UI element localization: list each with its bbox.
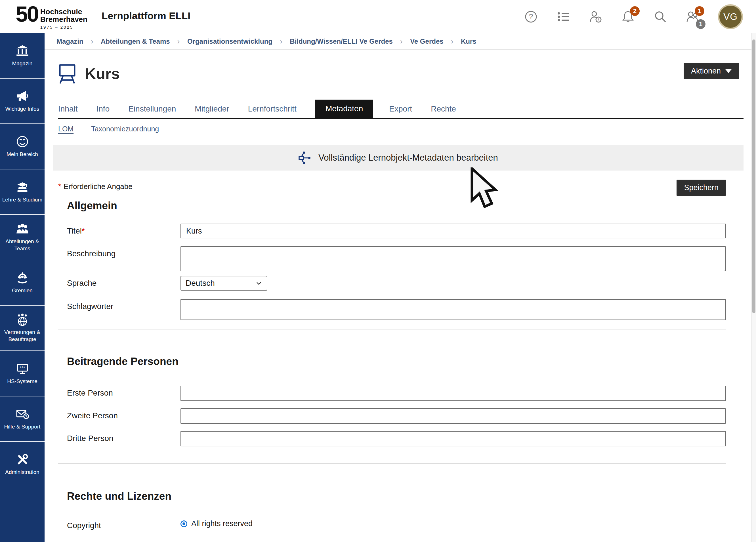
section-title-beitragende: Beitragende Personen <box>67 356 726 367</box>
user-avatar[interactable]: VG <box>718 4 743 29</box>
metadata-hub-icon <box>299 151 312 164</box>
rechte-fields: Copyright All rights reserved <box>58 518 726 530</box>
sidebar-item-vertretungen[interactable]: Vertretungen & Beauftragte <box>0 306 45 351</box>
breadcrumb-item[interactable]: Ve Gerdes <box>410 37 443 45</box>
tab-export[interactable]: Export <box>389 100 412 118</box>
page-title: Kurs <box>85 65 120 82</box>
search-icon[interactable] <box>653 10 667 24</box>
sprache-label: Sprache <box>67 276 180 291</box>
titel-label: Titel* <box>67 224 180 238</box>
vertical-scrollbar[interactable] <box>751 33 756 542</box>
field-row-dritte-person: Dritte Person <box>58 431 726 446</box>
contacts-icon[interactable]: 1 1 <box>686 10 700 24</box>
required-hint: *Erforderliche Angabe <box>58 180 133 191</box>
tab-info[interactable]: Info <box>96 100 110 118</box>
zweite-person-input[interactable] <box>180 408 726 424</box>
tools-icon <box>16 453 29 466</box>
section-divider <box>58 463 726 464</box>
breadcrumb-item[interactable]: Magazin <box>56 37 83 45</box>
sidebar-item-hilfe-support[interactable]: ? Hilfe & Support <box>0 396 45 442</box>
logo-name-line2: Bremerhaven <box>40 16 87 23</box>
erste-person-input[interactable] <box>180 386 726 401</box>
breadcrumb-chevron-icon: › <box>280 37 282 46</box>
svg-text:?: ? <box>529 12 533 21</box>
breadcrumb-item[interactable]: Organisationsentwicklung <box>187 37 272 45</box>
field-row-beschreibung: Beschreibung <box>58 246 726 272</box>
breadcrumb-chevron-icon: › <box>400 37 403 46</box>
svg-text:***: *** <box>20 365 25 370</box>
breadcrumb: Magazin › Abteilungen & Teams › Organisa… <box>45 33 751 50</box>
help-icon[interactable]: ? <box>524 10 538 24</box>
contacts-new-badge: 1 <box>695 6 704 16</box>
logo-50: 50 <box>16 3 38 24</box>
globe-people-icon <box>16 313 29 326</box>
breadcrumb-item[interactable]: Bildung/Wissen/ELLI Ve Gerdes <box>290 37 393 45</box>
scrollbar-thumb[interactable] <box>752 39 755 313</box>
books-grad-icon <box>16 180 29 194</box>
sidebar-item-gremien[interactable]: Gremien <box>0 260 45 306</box>
logo-name-line1: Hochschule <box>40 8 87 16</box>
chevron-down-icon <box>255 280 262 287</box>
assembly-icon <box>16 271 29 284</box>
notifications-bell-icon[interactable]: 2 <box>621 10 635 24</box>
beschreibung-label: Beschreibung <box>67 246 180 272</box>
megaphone-icon <box>16 90 29 103</box>
sidebar-item-hs-systeme[interactable]: *** Hilfe & Support HS-Systeme <box>0 351 45 396</box>
sprache-select[interactable]: Deutsch <box>180 276 267 291</box>
actions-button[interactable]: Aktionen <box>684 63 739 79</box>
page-title-row: Kurs <box>58 63 726 84</box>
sprache-select-value: Deutsch <box>186 279 215 288</box>
tab-bar: Inhalt Info Einstellungen Mitglieder Ler… <box>58 100 744 119</box>
app-root: 50 Hochschule Bremerhaven 1975 – 2025 Le… <box>0 0 756 542</box>
contacts-count-badge: 1 <box>696 19 705 29</box>
copyright-label: Copyright <box>67 518 180 530</box>
field-row-titel: Titel* <box>58 224 726 238</box>
breadcrumb-chevron-icon: › <box>91 37 93 46</box>
breadcrumb-item[interactable]: Abteilungen & Teams <box>101 37 170 45</box>
sidebar-item-lehre-studium[interactable]: Lehre & Studium <box>0 169 45 215</box>
mail-question-icon: ? <box>16 407 29 421</box>
breadcrumb-chevron-icon: › <box>177 37 180 46</box>
page-content: Kurs Inhalt Info Einstellungen Mitgliede… <box>45 63 751 530</box>
sidebar-item-wichtige-infos[interactable]: Wichtige Infos <box>0 79 45 124</box>
sidebar-item-mein-bereich[interactable]: Mein Bereich <box>0 124 45 169</box>
svg-text:?: ? <box>25 414 27 419</box>
top-header: 50 Hochschule Bremerhaven 1975 – 2025 Le… <box>0 0 756 33</box>
edit-full-metadata-banner[interactable]: Vollständige Lernobjekt-Metadaten bearbe… <box>53 145 744 171</box>
beitragende-fields: Erste Person Zweite Person Dritte Person <box>58 386 726 446</box>
dritte-person-input[interactable] <box>180 431 726 446</box>
breadcrumb-item[interactable]: Kurs <box>461 37 476 45</box>
svg-text:!: ! <box>598 17 599 22</box>
tab-inhalt[interactable]: Inhalt <box>58 100 78 118</box>
tab-lernfortschritt[interactable]: Lernfortschritt <box>248 100 297 118</box>
titel-input[interactable] <box>180 224 726 238</box>
beschreibung-textarea[interactable] <box>180 246 726 271</box>
subtab-taxonomiezuordnung[interactable]: Taxonomiezuordnung <box>91 125 159 133</box>
sidebar-item-administration[interactable]: Administration <box>0 442 45 487</box>
field-row-erste-person: Erste Person <box>58 386 726 401</box>
user-alert-icon[interactable]: ! <box>589 10 603 24</box>
tab-metadaten[interactable]: Metadaten <box>315 100 373 118</box>
section-title-allgemein: Allgemein <box>67 200 726 212</box>
zweite-person-label: Zweite Person <box>67 408 180 424</box>
bank-icon <box>16 44 29 57</box>
header-icon-bar: ? ! <box>524 0 743 33</box>
todo-list-icon[interactable] <box>556 10 570 24</box>
subtab-lom[interactable]: LOM <box>58 125 73 133</box>
tab-rechte[interactable]: Rechte <box>431 100 456 118</box>
people-group-icon <box>16 222 29 235</box>
field-row-sprache: Sprache Deutsch <box>58 276 726 291</box>
course-easel-icon <box>58 63 76 84</box>
schlagwoerter-label: Schlagwörter <box>67 299 180 320</box>
sidebar-item-abteilungen-teams[interactable]: Abteilungen & Teams <box>0 215 45 260</box>
sidebar-item-magazin[interactable]: Magazin <box>0 33 45 79</box>
university-logo[interactable]: 50 Hochschule Bremerhaven 1975 – 2025 <box>16 3 87 30</box>
save-button[interactable]: Speichern <box>677 180 726 196</box>
allgemein-fields: Titel* Beschreibung Sprache <box>58 224 726 320</box>
tab-mitglieder[interactable]: Mitglieder <box>195 100 229 118</box>
tab-einstellungen[interactable]: Einstellungen <box>128 100 176 118</box>
smiley-icon <box>16 135 29 148</box>
copyright-radio-checked[interactable] <box>180 520 187 527</box>
subtab-bar: LOM Taxonomiezuordnung <box>58 125 726 133</box>
schlagwoerter-input[interactable] <box>180 299 726 320</box>
